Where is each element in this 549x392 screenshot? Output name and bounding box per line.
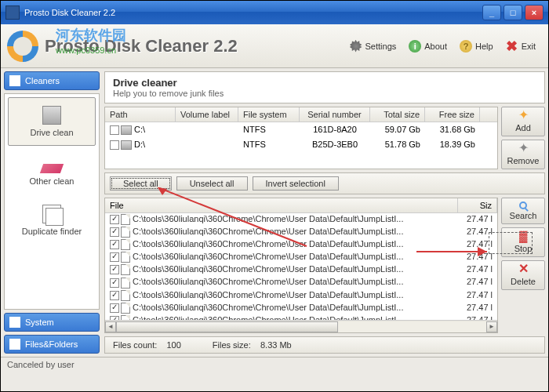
brush-icon bbox=[9, 75, 20, 86]
file-icon bbox=[121, 303, 130, 314]
help-button[interactable]: ?Help bbox=[453, 37, 500, 56]
scroll-left-button[interactable]: ◄ bbox=[105, 321, 116, 332]
search-button[interactable]: Search bbox=[501, 198, 545, 224]
add-button[interactable]: ✦Add bbox=[501, 107, 545, 136]
file-row[interactable]: C:\tools\360liulanqi\360Chrome\Chrome\Us… bbox=[105, 226, 497, 238]
panel-title: Drive cleaner bbox=[113, 77, 536, 89]
file-icon bbox=[121, 214, 130, 225]
add-icon: ✦ bbox=[517, 111, 529, 122]
file-icon bbox=[121, 290, 130, 301]
file-icon bbox=[121, 239, 130, 250]
cleaners-category[interactable]: Cleaners bbox=[4, 71, 100, 90]
monitor-icon bbox=[9, 317, 20, 328]
sidebar-item-drive-clean[interactable]: Drive clean bbox=[8, 97, 96, 146]
col-filesystem[interactable]: File system bbox=[238, 107, 300, 122]
col-size[interactable]: Siz bbox=[458, 198, 497, 212]
header-toolbar: Prosto Disk Cleaner 2.2 河东软件园 www.pc0359… bbox=[1, 24, 548, 68]
checkbox[interactable] bbox=[110, 278, 119, 288]
invert-selection-button[interactable]: Invert selectionl bbox=[253, 176, 339, 191]
file-icon bbox=[121, 252, 130, 263]
status-bar: Files count: 100 Files size: 8.33 Mb bbox=[104, 336, 545, 354]
drive-row[interactable]: C:\NTFS161D-8A2059.07 Gb31.68 Gb bbox=[105, 122, 497, 137]
checkbox[interactable] bbox=[110, 265, 119, 274]
checkbox[interactable] bbox=[110, 125, 119, 135]
brand-text: Prosto Disk Cleaner 2.2 bbox=[45, 36, 238, 56]
gear-icon bbox=[350, 40, 362, 53]
info-icon: i bbox=[409, 40, 421, 53]
unselect-all-button[interactable]: Unselect all bbox=[176, 176, 248, 191]
sidebar-item-other-clean[interactable]: Other clean bbox=[8, 147, 96, 194]
footer-status: Canceled by user bbox=[1, 357, 548, 372]
checkbox[interactable] bbox=[110, 215, 119, 224]
scroll-right-button[interactable]: ► bbox=[486, 321, 497, 332]
selection-toolbar: Select all Unselect all Invert selection… bbox=[104, 172, 545, 194]
checkbox[interactable] bbox=[110, 303, 119, 313]
file-icon bbox=[121, 315, 130, 320]
drives-table: Path Volume label File system Serial num… bbox=[104, 107, 498, 169]
remove-button[interactable]: ✦Remove bbox=[501, 140, 545, 169]
col-path[interactable]: Path bbox=[105, 107, 176, 122]
eraser-icon bbox=[40, 164, 64, 173]
col-free[interactable]: Free size bbox=[425, 107, 480, 122]
col-volume[interactable]: Volume label bbox=[176, 107, 238, 122]
panel-subtitle: Help you to remove junk files bbox=[113, 89, 224, 98]
search-icon bbox=[519, 201, 527, 209]
drive-icon bbox=[42, 106, 61, 125]
close-icon: ✖ bbox=[506, 41, 518, 52]
file-row[interactable]: C:\tools\360liulanqi\360Chrome\Chrome\Us… bbox=[105, 263, 497, 276]
close-button[interactable]: × bbox=[525, 5, 544, 20]
checkbox[interactable] bbox=[110, 240, 119, 249]
file-icon bbox=[121, 278, 130, 289]
file-row[interactable]: C:\tools\360liulanqi\360Chrome\Chrome\Us… bbox=[105, 314, 497, 320]
col-file[interactable]: File bbox=[105, 198, 458, 212]
panel-header: Drive cleaner Help you to remove junk fi… bbox=[104, 71, 545, 103]
stop-icon: ▓ bbox=[517, 231, 529, 242]
select-all-button[interactable]: Select all bbox=[110, 176, 172, 191]
drive-row[interactable]: D:\NTFSB25D-3EB051.78 Gb18.39 Gb bbox=[105, 137, 497, 152]
file-row[interactable]: C:\tools\360liulanqi\360Chrome\Chrome\Us… bbox=[105, 289, 497, 302]
app-icon bbox=[5, 5, 20, 20]
file-icon bbox=[121, 264, 130, 275]
file-row[interactable]: C:\tools\360liulanqi\360Chrome\Chrome\Us… bbox=[105, 238, 497, 251]
file-row[interactable]: C:\tools\360liulanqi\360Chrome\Chrome\Us… bbox=[105, 213, 497, 226]
checkbox[interactable] bbox=[110, 316, 119, 320]
stop-button[interactable]: ▓Stop bbox=[501, 227, 545, 257]
settings-button[interactable]: Settings bbox=[344, 37, 403, 56]
file-icon bbox=[121, 227, 130, 238]
drive-icon bbox=[121, 140, 132, 150]
file-row[interactable]: C:\tools\360liulanqi\360Chrome\Chrome\Us… bbox=[105, 251, 497, 263]
sidebar: Cleaners Drive clean Other clean Duplica… bbox=[1, 68, 103, 357]
checkbox[interactable] bbox=[110, 252, 119, 262]
files-table: File Siz C:\tools\360liulanqi\360Chrome\… bbox=[104, 198, 498, 333]
files-folders-category[interactable]: Files&Folders bbox=[4, 335, 100, 354]
sidebar-item-duplicate-finder[interactable]: Duplicate finder bbox=[8, 196, 96, 245]
duplicate-icon bbox=[42, 205, 61, 223]
col-serial[interactable]: Serial number bbox=[300, 107, 370, 122]
exit-button[interactable]: ✖Exit bbox=[500, 38, 542, 55]
window-title: Prosto Disk Cleaner 2.2 bbox=[24, 8, 115, 17]
titlebar: Prosto Disk Cleaner 2.2 _ □ × bbox=[1, 1, 548, 24]
file-row[interactable]: C:\tools\360liulanqi\360Chrome\Chrome\Us… bbox=[105, 276, 497, 289]
file-row[interactable]: C:\tools\360liulanqi\360Chrome\Chrome\Us… bbox=[105, 302, 497, 314]
col-total[interactable]: Total size bbox=[370, 107, 425, 122]
checkbox[interactable] bbox=[110, 291, 119, 300]
system-category[interactable]: System bbox=[4, 313, 100, 332]
drive-icon bbox=[121, 125, 132, 135]
folder-icon bbox=[9, 339, 20, 350]
logo-icon bbox=[7, 31, 38, 62]
remove-icon: ✦ bbox=[517, 143, 529, 154]
about-button[interactable]: iAbout bbox=[402, 37, 453, 56]
checkbox[interactable] bbox=[110, 140, 119, 150]
minimize-button[interactable]: _ bbox=[482, 5, 501, 20]
maximize-button[interactable]: □ bbox=[504, 5, 522, 20]
delete-button[interactable]: ✕Delete bbox=[501, 260, 545, 290]
delete-icon: ✕ bbox=[517, 264, 529, 275]
horizontal-scrollbar[interactable]: ◄ ► bbox=[105, 320, 497, 332]
scroll-thumb[interactable] bbox=[116, 321, 338, 332]
checkbox[interactable] bbox=[110, 227, 119, 237]
help-icon: ? bbox=[460, 40, 472, 53]
